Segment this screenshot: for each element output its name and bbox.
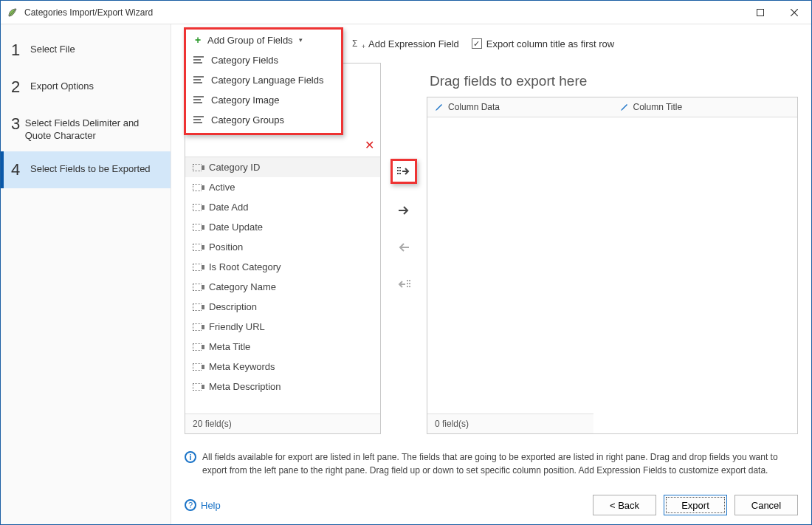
field-item[interactable]: Date Add (185, 197, 380, 217)
field-item[interactable]: Position (185, 237, 380, 257)
plus-icon: + (193, 34, 203, 46)
window-title: Categories Import/Export Wizard (24, 7, 743, 18)
export-fields-pane: Drag fields to export here Column Data C… (427, 63, 798, 434)
info-icon: i (185, 451, 196, 463)
bottom-bar: ? Help < Back Export Cancel (185, 495, 798, 515)
export-button[interactable]: Export (664, 495, 727, 515)
field-icon (193, 264, 202, 271)
add-expression-field-button[interactable]: Σ Add Expression Field (345, 35, 466, 53)
add-expression-label: Add Expression Field (368, 38, 459, 49)
step-select-file[interactable]: 1 Select File (1, 32, 171, 69)
field-icon (193, 244, 202, 251)
export-first-row-checkbox[interactable]: ✓ Export column title as first row (472, 38, 614, 49)
remove-selected-button[interactable] (393, 237, 415, 258)
menu-category-groups[interactable]: Category Groups (186, 110, 341, 130)
sigma-plus-icon: Σ (352, 38, 364, 49)
help-icon: ? (185, 499, 196, 511)
back-button[interactable]: < Back (593, 495, 656, 515)
menu-category-language-fields[interactable]: Category Language Fields (186, 70, 341, 90)
fields-icon (193, 76, 204, 85)
checkbox-icon: ✓ (472, 38, 482, 49)
field-item[interactable]: Is Root Category (185, 257, 380, 277)
field-item[interactable]: Date Update (185, 217, 380, 237)
field-icon (193, 224, 202, 231)
body: 1 Select File 2 Export Options 3 Select … (1, 24, 811, 524)
column-data-header[interactable]: Column Data (427, 97, 613, 117)
field-item[interactable]: Category ID (185, 157, 380, 177)
pencil-icon (620, 103, 629, 111)
field-icon (193, 164, 202, 171)
export-first-row-label: Export column title as first row (486, 38, 614, 49)
fields-icon (193, 96, 204, 105)
field-icon (193, 343, 202, 351)
export-fields-count: 0 field(s) (427, 414, 593, 433)
field-item[interactable]: Active (185, 177, 380, 197)
maximize-button[interactable] (743, 1, 777, 24)
add-all-button[interactable] (390, 159, 417, 184)
wizard-window: Categories Import/Export Wizard 1 Select… (0, 0, 812, 525)
wizard-steps-sidebar: 1 Select File 2 Export Options 3 Select … (1, 24, 171, 524)
cancel-button[interactable]: Cancel (734, 495, 798, 515)
info-message: i All fields available for export are li… (185, 450, 798, 477)
search-bar: ✕ (185, 134, 380, 157)
add-group-dropdown: Category Fields Category Language Fields… (186, 50, 341, 130)
app-icon (7, 7, 18, 18)
titlebar: Categories Import/Export Wizard (1, 1, 811, 24)
field-icon (193, 383, 202, 391)
pencil-icon (435, 103, 444, 111)
menu-category-image[interactable]: Category Image (186, 90, 341, 110)
available-fields-count: 20 field(s) (185, 414, 380, 433)
close-button[interactable] (777, 1, 811, 24)
add-group-highlight: + Add Group of Fields ▾ Category Fields … (184, 27, 343, 135)
info-text: All fields available for export are list… (202, 450, 798, 477)
field-item[interactable]: Description (185, 297, 380, 317)
field-icon (193, 363, 202, 371)
field-item[interactable]: Category Name (185, 277, 380, 297)
field-icon (193, 323, 202, 331)
field-item[interactable]: Meta Title (185, 337, 380, 357)
drop-title: Drag fields to export here (430, 73, 798, 89)
fields-icon (193, 56, 204, 65)
main-panel: + Add Group of Fields ▾ Category Fields … (171, 24, 811, 524)
available-fields-list[interactable]: Category ID Active Date Add Date Update … (185, 157, 380, 414)
field-item[interactable]: Meta Description (185, 377, 380, 397)
field-icon (193, 184, 202, 191)
menu-category-fields[interactable]: Category Fields (186, 50, 341, 70)
export-fields-table[interactable]: Column Data Column Title 0 field(s) (427, 97, 798, 434)
mover-buttons (388, 63, 419, 434)
field-icon (193, 204, 202, 211)
field-item[interactable]: Meta Keywords (185, 357, 380, 377)
clear-search-icon[interactable]: ✕ (365, 138, 374, 152)
step-select-fields[interactable]: 4 Select Fields to be Exported (1, 151, 171, 188)
step-export-options[interactable]: 2 Export Options (1, 69, 171, 106)
add-group-of-fields-button[interactable]: + Add Group of Fields ▾ (186, 30, 337, 50)
help-label: Help (201, 500, 221, 511)
table-header: Column Data Column Title (427, 97, 797, 117)
field-icon (193, 284, 202, 291)
step-delimiter[interactable]: 3 Select Fields Delimiter and Quote Char… (1, 106, 171, 151)
svg-rect-0 (757, 9, 764, 16)
column-title-header[interactable]: Column Title (613, 97, 798, 117)
toolbar: + Add Group of Fields ▾ Category Fields … (185, 30, 798, 57)
export-fields-drop-area[interactable] (427, 117, 797, 414)
add-selected-button[interactable] (393, 200, 415, 221)
add-group-label: Add Group of Fields (207, 35, 293, 46)
field-icon (193, 303, 202, 311)
remove-all-button[interactable] (393, 274, 415, 295)
field-item[interactable]: Friendly URL (185, 317, 380, 337)
chevron-down-icon: ▾ (299, 36, 303, 44)
fields-icon (193, 116, 204, 125)
help-link[interactable]: ? Help (185, 499, 221, 511)
